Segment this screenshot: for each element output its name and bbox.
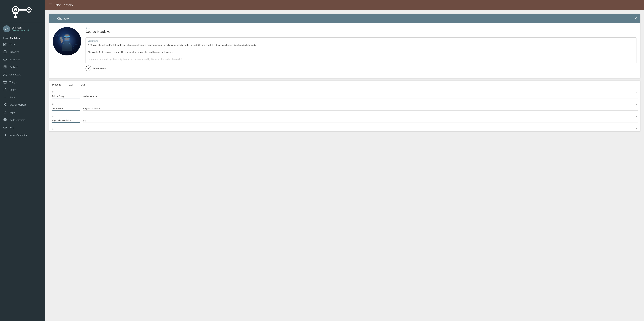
sidebar-item-share-previews[interactable]: Share Previews [0, 101, 45, 108]
export-icon [3, 110, 7, 114]
sidebar-item-name-generator-label: Name Generator [10, 134, 27, 136]
svg-line-30 [4, 104, 6, 105]
svg-point-42 [64, 35, 70, 40]
svg-point-40 [64, 34, 70, 42]
user-links: Account - Sign out [12, 29, 29, 31]
sidebar-item-things[interactable]: Things [0, 78, 45, 86]
svg-rect-18 [4, 67, 5, 68]
remove-section-button-3[interactable]: ✕ [635, 115, 638, 118]
section-key-physical[interactable]: Physical Description [52, 119, 80, 123]
sidebar-item-things-label: Things [10, 81, 16, 83]
magic-icon [3, 133, 7, 137]
color-picker-icon: 🖌 [86, 66, 91, 71]
background-text[interactable]: A 30-year-old college English professor … [88, 43, 634, 61]
section-fields-3: Physical Description 6'0 [49, 119, 640, 125]
name-field-value[interactable]: George Meadows [86, 30, 636, 35]
svg-rect-16 [4, 66, 5, 67]
svg-line-48 [60, 37, 61, 39]
remove-section-button-4[interactable]: ✕ [635, 127, 638, 130]
svg-point-26 [6, 103, 6, 104]
remove-section-button[interactable]: ✕ [635, 91, 638, 94]
sidebar: JY Jeff Yeon Account - Sign out Story - … [0, 0, 45, 321]
section-fields: Role in Story Main character [49, 95, 640, 101]
sidebar-item-stats-label: Stats [10, 96, 15, 99]
sidebar-item-name-generator[interactable]: Name Generator [0, 131, 45, 139]
section-val-occupation[interactable]: English professor [83, 107, 638, 111]
sidebar-item-export-label: Export [10, 111, 16, 114]
sidebar-item-stats[interactable]: Stats [0, 93, 45, 101]
close-button[interactable]: ✕ [634, 17, 637, 21]
user-name: Jeff Yeon [12, 26, 29, 29]
signout-link[interactable]: Sign out [21, 29, 29, 31]
section-val-role[interactable]: Main character [83, 95, 638, 98]
sidebar-item-notes[interactable]: Notes [0, 86, 45, 93]
drag-handle-icon[interactable]: ☰ [52, 91, 54, 94]
box-icon [3, 80, 7, 84]
section-item-occupation: ☰ ✕ Occupation English professor [49, 101, 640, 113]
svg-point-20 [4, 73, 5, 74]
back-arrow-icon[interactable]: ← [52, 17, 55, 21]
sidebar-item-outlines[interactable]: Outlines [0, 63, 45, 71]
svg-rect-7 [28, 12, 30, 13]
sidebar-item-information[interactable]: Information [0, 56, 45, 63]
add-list-button[interactable]: + LIST [77, 83, 86, 87]
layers-icon [3, 50, 7, 54]
svg-rect-6 [28, 7, 30, 8]
remove-section-button-2[interactable]: ✕ [635, 103, 638, 106]
sidebar-item-help[interactable]: Help [0, 124, 45, 131]
chart-icon [3, 95, 7, 99]
svg-line-49 [61, 37, 61, 39]
content-area: ← Character ✕ [45, 10, 644, 321]
background-box: Background A 30-year-old college English… [86, 38, 636, 63]
drag-handle-icon-2[interactable]: ☰ [52, 103, 54, 106]
section-handle-row-2: ☰ ✕ [49, 101, 640, 107]
menu-icon[interactable]: ☰ [49, 3, 52, 7]
info-icon [3, 58, 7, 61]
topbar-title: Plot Factory [55, 3, 73, 7]
sidebar-item-go-to-universe[interactable]: Go to Universe [0, 116, 45, 124]
svg-rect-19 [5, 67, 6, 68]
svg-point-39 [53, 27, 81, 55]
sidebar-item-go-to-universe-label: Go to Universe [10, 119, 25, 121]
svg-point-41 [64, 34, 70, 41]
avatar-initials: JY [5, 28, 8, 30]
svg-rect-44 [67, 37, 70, 38]
pencil-icon [3, 42, 7, 46]
prepend-bar: Prepend + TEXT + LIST [49, 81, 640, 89]
svg-point-2 [15, 9, 16, 10]
story-label: Story - The Token [0, 35, 45, 41]
svg-point-51 [59, 37, 63, 40]
section-key-role[interactable]: Role in Story [52, 95, 80, 98]
section-fields-2: Occupation English professor [49, 107, 640, 113]
svg-marker-11 [14, 14, 18, 18]
main-area: ☰ Plot Factory ← Character ✕ [45, 0, 644, 321]
sidebar-item-organize[interactable]: Organize [0, 48, 45, 56]
globe-icon [3, 118, 7, 122]
character-avatar-image [53, 27, 81, 55]
svg-rect-17 [5, 66, 6, 67]
svg-point-5 [28, 9, 30, 11]
section-key-occupation[interactable]: Occupation [52, 107, 80, 111]
account-link[interactable]: Account [12, 29, 19, 31]
section-handle-row: ☰ ✕ [49, 89, 640, 95]
svg-rect-21 [4, 81, 6, 82]
card-header-title: Character [57, 17, 70, 20]
share-icon [3, 103, 7, 107]
sidebar-item-write-label: Write [10, 43, 15, 46]
sidebar-logo [0, 0, 45, 23]
sidebar-item-organize-label: Organize [10, 51, 19, 53]
sidebar-item-outlines-label: Outlines [10, 66, 18, 68]
sidebar-item-export[interactable]: Export [0, 108, 45, 116]
sidebar-item-characters[interactable]: Characters [0, 71, 45, 78]
user-info: Jeff Yeon Account - Sign out [12, 26, 29, 31]
drag-handle-icon-3[interactable]: ☰ [52, 115, 54, 118]
add-text-button[interactable]: + TEXT [64, 83, 74, 87]
sidebar-user-section: JY Jeff Yeon Account - Sign out [0, 23, 45, 35]
section-val-physical[interactable]: 6'0 [83, 119, 638, 123]
character-card: ← Character ✕ [49, 14, 640, 78]
drag-handle-icon-4[interactable]: ☰ [52, 127, 54, 130]
color-select[interactable]: 🖌 Select a color [86, 66, 636, 71]
svg-point-27 [4, 104, 5, 105]
sidebar-item-write[interactable]: Write [0, 41, 45, 48]
prepend-label: Prepend [52, 83, 61, 86]
